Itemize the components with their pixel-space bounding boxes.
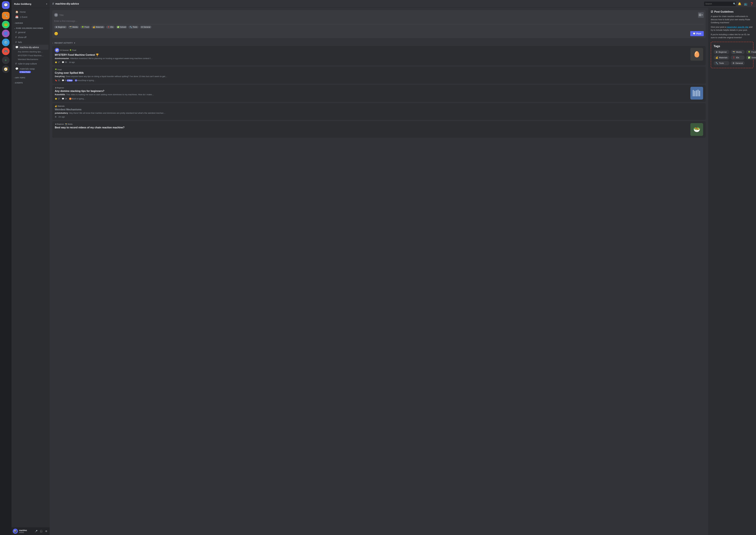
sub-channel-weirdest[interactable]: Weirdest Mechanisms bbox=[13, 58, 48, 61]
search-bar[interactable]: 🔍 bbox=[704, 2, 736, 6]
posts-area: ✕ 🖼+ Enter a first message… 🖥Beginner 📸M… bbox=[50, 8, 708, 535]
sidebar-item-home[interactable]: 🏠 Home bbox=[13, 10, 48, 14]
sub-channel-domino[interactable]: Any domino stacking tips… bbox=[13, 50, 48, 53]
tag-food[interactable]: 🍀Food bbox=[80, 26, 90, 29]
post-preview-weirdest: potatobattery: Hey there! We all know th… bbox=[55, 112, 703, 115]
guidelines-icon: ☑ bbox=[711, 10, 713, 13]
explore-servers-icon[interactable]: 🧭 bbox=[2, 65, 10, 73]
post-tag-beginner-2: 🖥Beginner bbox=[55, 123, 64, 125]
post-weirdest-mechanisms[interactable]: 💰Materials Weirdest Mechanisms potatobat… bbox=[52, 103, 706, 120]
search-input[interactable] bbox=[705, 3, 732, 5]
help-icon[interactable]: ❓ bbox=[750, 2, 753, 6]
sidebar-item-rube-in-pop-culture[interactable]: # rube-in-pop-culture bbox=[13, 61, 48, 66]
tag-ids[interactable]: ❗IDs bbox=[106, 26, 115, 29]
server-header[interactable]: Rube Goldberg ▾ bbox=[12, 0, 50, 8]
inbox-icon[interactable]: 📺 bbox=[744, 2, 747, 6]
tag-chip-tools[interactable]: 🔧Tools bbox=[714, 61, 729, 65]
post-icon: 💬 bbox=[693, 32, 695, 35]
post-title-domino: Any domino stacking tips for beginners? bbox=[55, 90, 688, 93]
sidebar-item-rube-pop-label: rube-in-pop-culture bbox=[18, 63, 37, 65]
tag-materials[interactable]: 💰Materials bbox=[92, 26, 105, 29]
post-record-videos[interactable]: 🖥Beginner 📸Media Best way to record vide… bbox=[52, 121, 706, 138]
channel-name: machine-diy-advice bbox=[55, 2, 79, 5]
server-name: Rube Goldberg bbox=[14, 3, 31, 5]
post-thumb-domino bbox=[690, 87, 703, 99]
server-icon-4[interactable]: ⚙️ bbox=[2, 39, 10, 46]
post-domino-tips[interactable]: 🖥Beginner Any domino stacking tips for b… bbox=[52, 85, 706, 102]
server-icon-rube-goldberg[interactable]: 🔧 bbox=[2, 12, 10, 19]
top-bar: # machine-diy-advice 🔍 🔔 📺 ❓ bbox=[50, 0, 756, 8]
top-bar-icons: 🔔 📺 ❓ bbox=[738, 2, 753, 6]
recent-activity-label: RECENT ACTIVITY bbox=[55, 42, 73, 44]
category-events[interactable]: › EVENTS bbox=[12, 79, 50, 84]
post-thumb-record-videos: 🥗 bbox=[690, 123, 703, 136]
right-panel: ☑ Post Guidelines A space for chain reac… bbox=[708, 8, 756, 535]
sidebar-item-show-off[interactable]: # show-off bbox=[13, 35, 48, 40]
events-icon: 📅 bbox=[15, 15, 18, 18]
tag-chip-media[interactable]: 📸Media bbox=[731, 50, 745, 54]
headphones-icon[interactable]: 🎧 bbox=[39, 529, 43, 533]
tag-chip-solved[interactable]: ✅Solved bbox=[746, 55, 756, 60]
sidebar-item-fails[interactable]: # fails bbox=[13, 40, 48, 44]
guidelines-title: ☑ Post Guidelines bbox=[711, 10, 753, 13]
post-mystery-food[interactable]: 🎲 ⚙General 🍀Food MYSTERY Food Machine Co… bbox=[52, 46, 706, 65]
tag-beginner[interactable]: 🖥Beginner bbox=[54, 26, 67, 29]
recent-activity-sort-icon: ↕ bbox=[52, 42, 53, 44]
recent-activity-chevron-icon: ▾ bbox=[74, 42, 75, 44]
svg-rect-2 bbox=[696, 90, 697, 97]
emoji-button[interactable]: 😊 bbox=[54, 32, 58, 36]
meta-stars-2: ⭐ 17 bbox=[55, 98, 60, 100]
guidelines-link[interactable]: meaningful, specific title bbox=[726, 26, 748, 28]
composer-image-button[interactable]: 🖼+ bbox=[698, 12, 704, 18]
category-machines[interactable]: ⌄ RUBE GOLDBERG MACHINES bbox=[12, 25, 50, 30]
tag-chip-ids[interactable]: ❗IDs bbox=[731, 55, 745, 60]
recent-activity-header[interactable]: ↕ RECENT ACTIVITY ▾ bbox=[52, 41, 706, 46]
settings-icon[interactable]: ⚙ bbox=[44, 529, 48, 533]
post-crying-milk[interactable]: 🍀Food Crying over Spilled Milk DairyKing… bbox=[52, 67, 706, 84]
meta-comments-2: 💬 8 3 New bbox=[62, 79, 73, 82]
channel-name-header: # machine-diy-advice bbox=[52, 2, 79, 6]
sidebar-item-general[interactable]: # general bbox=[13, 30, 48, 35]
composer-close-button[interactable]: ✕ bbox=[54, 13, 58, 17]
sidebar-item-events[interactable]: 📅 1 Event bbox=[13, 14, 48, 19]
user-controls: 🎤 🎧 ⚙ bbox=[34, 529, 48, 533]
composer-title-row: ✕ 🖼+ bbox=[54, 12, 704, 18]
composer-title-input[interactable] bbox=[59, 14, 697, 16]
sidebar-item-materials-swap[interactable]: 💬 materials-swap 2 New Posts bbox=[13, 66, 48, 74]
category-off-topic[interactable]: › OFF-TOPIC bbox=[12, 74, 50, 79]
tag-general[interactable]: ⚙General bbox=[140, 26, 152, 29]
notification-bell-icon[interactable]: 🔔 bbox=[738, 2, 742, 6]
search-icon: 🔍 bbox=[733, 3, 736, 5]
add-server-button[interactable]: + bbox=[2, 56, 10, 64]
post-card-inner-3: 🖥Beginner 📸Media Best way to record vide… bbox=[55, 123, 703, 136]
tag-chip-general[interactable]: ⚙General bbox=[731, 61, 745, 65]
tag-chip-beginner[interactable]: 🖥Beginner bbox=[714, 50, 729, 54]
post-tag-food-2: 🍀Food bbox=[55, 69, 62, 70]
sub-channel-domino-label: Any domino stacking tips… bbox=[18, 50, 43, 53]
composer-message-input[interactable]: Enter a first message… bbox=[54, 19, 704, 24]
sidebar-item-machine-diy-advice[interactable]: 💬 machine-diy-advice bbox=[13, 45, 48, 50]
server-icon-5[interactable]: 🎮 bbox=[2, 47, 10, 55]
typing-text-2: Mush is typing… bbox=[71, 98, 86, 100]
category-server[interactable]: › SERVER bbox=[12, 19, 50, 25]
meta-recycle-icon: ♻ bbox=[55, 116, 57, 118]
sidebar-item-general-label: general bbox=[18, 31, 25, 34]
post-composer: ✕ 🖼+ Enter a first message… 🖥Beginner 📸M… bbox=[52, 10, 706, 38]
new-posts-badge: 2 New Posts bbox=[19, 71, 31, 73]
user-panel: 🎱 marblez #0000 🎤 🎧 ⚙ bbox=[12, 527, 50, 535]
post-button[interactable]: 💬 Post bbox=[690, 31, 704, 36]
post-text-area-2: 🖥Beginner Any domino stacking tips for b… bbox=[55, 87, 688, 100]
user-avatar[interactable]: 🎱 bbox=[13, 529, 18, 534]
general-chip-icon: ⚙ bbox=[733, 62, 735, 64]
server-icon-3[interactable]: 🌀 bbox=[2, 30, 10, 37]
microphone-icon[interactable]: 🎤 bbox=[34, 529, 38, 533]
tag-solved[interactable]: ✅Solved bbox=[116, 26, 127, 29]
tag-media[interactable]: 📸Media bbox=[68, 26, 79, 29]
media-chip-icon: 📸 bbox=[733, 51, 735, 53]
tag-tools[interactable]: 🔧Tools bbox=[128, 26, 138, 29]
server-icon-2[interactable]: 🐸 bbox=[2, 21, 10, 28]
tag-chip-materials[interactable]: 💰Materials bbox=[714, 55, 729, 60]
sub-channel-mystery-food[interactable]: MYSTERY Food Machine… bbox=[13, 54, 48, 57]
tag-chip-food[interactable]: 🍀Food bbox=[746, 50, 756, 54]
discord-home-icon[interactable]: 💬 bbox=[2, 1, 10, 9]
